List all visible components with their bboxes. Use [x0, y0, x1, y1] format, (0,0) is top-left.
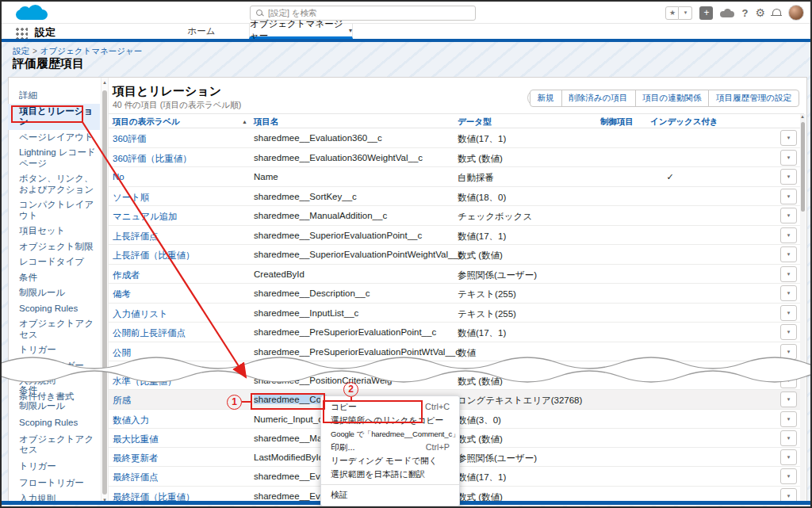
- tab-object-manager[interactable]: オブジェクトマネージャー▾: [249, 24, 353, 39]
- context-menu-item[interactable]: リーディング モードで開く: [321, 454, 459, 468]
- scroll-up-icon[interactable]: ▴: [102, 79, 108, 86]
- sidebar-item[interactable]: フロートリガー: [8, 475, 100, 491]
- sidebar-item[interactable]: 入力規則: [8, 491, 100, 508]
- field-label-link[interactable]: 入力値リスト: [113, 308, 168, 320]
- field-label-link[interactable]: 水準（比重値）: [113, 376, 177, 388]
- salesforce-logo[interactable]: [16, 5, 48, 21]
- panel-button[interactable]: 項目の連動関係: [635, 90, 710, 107]
- gear-icon[interactable]: ⚙: [755, 7, 765, 18]
- sidebar-item[interactable]: オブジェクトアクセス: [8, 431, 100, 458]
- field-label-link[interactable]: 所感: [113, 395, 131, 407]
- sidebar-item[interactable]: 詳細: [8, 88, 100, 104]
- row-actions-button[interactable]: ▾: [780, 449, 797, 465]
- panel-button[interactable]: 新規: [530, 90, 562, 107]
- field-label-link[interactable]: マニュアル追加: [113, 211, 178, 223]
- row-actions-button[interactable]: ▾: [780, 372, 797, 388]
- context-menu-item[interactable]: 印刷...Ctrl+P: [321, 441, 459, 454]
- field-label-link[interactable]: 最大比重値: [113, 434, 159, 445]
- field-data-type: 数式 (数値): [458, 250, 503, 262]
- row-actions-button[interactable]: ▾: [780, 285, 797, 301]
- sidebar-item[interactable]: トリガー: [8, 342, 100, 358]
- table-row: 入力値リストsharedmee__InputList__cテキスト(255)▾: [109, 304, 804, 323]
- panel-button[interactable]: 項目履歴管理の設定: [708, 90, 799, 107]
- app-launcher-icon[interactable]: [14, 26, 28, 40]
- star-icon[interactable]: ★: [665, 6, 679, 20]
- row-actions-button[interactable]: ▾: [780, 305, 797, 321]
- row-actions-button[interactable]: ▾: [780, 169, 797, 185]
- field-api-name: sharedmee__PositionCriteriaWeig: [254, 376, 392, 385]
- field-label-link[interactable]: 備考: [113, 288, 131, 300]
- row-actions-button[interactable]: ▾: [780, 430, 797, 446]
- context-menu-item[interactable]: 選択箇所へのリンクをコピー: [321, 414, 459, 427]
- sidebar-item[interactable]: Lightning レコードページ: [8, 145, 100, 171]
- row-actions-button[interactable]: ▾: [780, 324, 797, 340]
- context-menu-item[interactable]: 検証: [321, 488, 459, 502]
- row-actions-button[interactable]: ▾: [780, 344, 797, 360]
- row-actions-button[interactable]: ▾: [780, 130, 797, 146]
- avatar[interactable]: [788, 5, 804, 21]
- sidebar-item[interactable]: オブジェクト制限: [8, 239, 100, 255]
- table-header-row: 項目の表示ラベル ▲ 項目名 データ型 制御項目 インデックス付き: [109, 113, 804, 128]
- table-row: 360評価（比重値）sharedmee__Evaluation360Weight…: [109, 148, 804, 168]
- sidebar-item[interactable]: 条件: [8, 270, 100, 286]
- sidebar-item[interactable]: コンパクトレイアウト: [8, 197, 100, 223]
- global-actions-button[interactable]: +: [699, 6, 713, 20]
- trailhead-icon[interactable]: [720, 9, 734, 17]
- sidebar-item[interactable]: トリガー: [8, 458, 100, 475]
- sidebar-item[interactable]: ボタン、リンク、およびアクション: [8, 171, 100, 197]
- field-label-link[interactable]: 上長評価（比重値）: [113, 250, 195, 262]
- row-actions-button[interactable]: ▾: [780, 411, 797, 427]
- sidebar-item[interactable]: 制限ルール: [8, 285, 100, 301]
- context-menu-item[interactable]: Google で「haredmee__Comment_c」を検索: [321, 427, 459, 441]
- col-controlling-field[interactable]: 制御項目: [600, 116, 634, 128]
- chevron-down-icon[interactable]: ▾: [679, 6, 692, 20]
- row-actions-button[interactable]: ▾: [780, 266, 797, 282]
- field-label-link[interactable]: 360評価（比重値）: [113, 153, 192, 165]
- field-label-link[interactable]: 公開: [113, 347, 131, 359]
- breadcrumb-object-manager-link[interactable]: オブジェクトマネージャー: [40, 46, 142, 55]
- sidebar-item[interactable]: 項目セット: [8, 223, 100, 239]
- row-actions-button[interactable]: ▾: [780, 468, 797, 484]
- row-actions-button[interactable]: ▾: [780, 246, 797, 262]
- field-label-link[interactable]: 最終更新者: [113, 453, 159, 464]
- field-label-link[interactable]: No: [113, 172, 124, 181]
- field-label-link[interactable]: 作成者: [113, 269, 140, 281]
- breadcrumb-setup-link[interactable]: 設定: [13, 46, 29, 55]
- field-label-link[interactable]: 公開前上長評価点: [113, 327, 186, 339]
- sidebar-scrollbar-thumb[interactable]: [102, 90, 107, 495]
- field-data-type: 数値(17、1): [458, 231, 506, 243]
- sidebar-item[interactable]: 条件付き書式: [8, 389, 100, 405]
- panel-button[interactable]: 削除済みの項目: [561, 90, 636, 107]
- context-menu-item[interactable]: コピーCtrl+C: [321, 400, 459, 414]
- col-field-label[interactable]: 項目の表示ラベル: [113, 116, 180, 128]
- row-actions-button[interactable]: ▾: [780, 150, 797, 166]
- col-indexed[interactable]: インデックス付き: [650, 116, 718, 128]
- sidebar-item[interactable]: レコードタイプ: [8, 254, 100, 270]
- field-label-link[interactable]: ソート順: [113, 192, 150, 204]
- menu-separator: [321, 484, 459, 485]
- row-actions-button[interactable]: ▾: [780, 189, 797, 204]
- table-scrollbar-thumb[interactable]: [801, 122, 805, 212]
- sidebar-item[interactable]: Scoping Rules: [8, 301, 100, 317]
- help-icon[interactable]: ?: [741, 7, 748, 19]
- col-field-name[interactable]: 項目名: [254, 116, 279, 128]
- sidebar-item[interactable]: オブジェクトアクセス: [8, 316, 100, 342]
- field-label-link[interactable]: 最終評価点: [113, 472, 159, 483]
- field-label-link[interactable]: 360評価: [113, 133, 146, 145]
- sidebar-item[interactable]: 項目とリレーション: [8, 104, 100, 130]
- panel-title: 項目とリレーション: [113, 84, 221, 99]
- notifications-bell-icon[interactable]: [772, 9, 781, 17]
- sidebar-item[interactable]: Scoping Rules: [8, 414, 100, 431]
- sidebar-item[interactable]: フロートリガー: [8, 358, 100, 374]
- scroll-up-icon[interactable]: ▴: [799, 113, 806, 120]
- row-actions-button[interactable]: ▾: [780, 392, 797, 407]
- context-menu-item[interactable]: 選択範囲を日本語に翻訳: [321, 468, 459, 481]
- row-actions-button[interactable]: ▾: [780, 208, 797, 223]
- row-actions-button[interactable]: ▾: [780, 227, 797, 243]
- tab-home[interactable]: ホーム: [178, 24, 225, 39]
- setup-nav-bar: 設定 ホーム オブジェクトマネージャー▾: [2, 24, 810, 39]
- sidebar-item[interactable]: ページレイアウト: [8, 130, 100, 146]
- field-label-link[interactable]: 数値入力: [113, 414, 149, 426]
- field-label-link[interactable]: 上長評価点: [113, 231, 159, 243]
- col-data-type[interactable]: データ型: [458, 116, 492, 128]
